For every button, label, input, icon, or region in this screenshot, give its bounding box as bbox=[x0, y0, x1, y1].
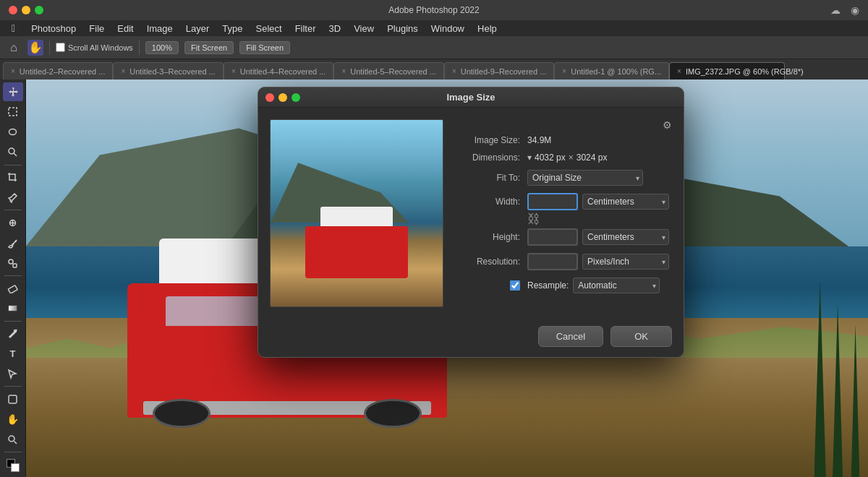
minimize-button[interactable] bbox=[22, 6, 30, 14]
quick-select-tool[interactable] bbox=[3, 143, 23, 162]
hand-tool-icon[interactable]: ✋ bbox=[27, 40, 43, 56]
menu-help[interactable]: Help bbox=[472, 22, 503, 35]
height-input[interactable]: 25.6 bbox=[527, 228, 578, 246]
menu-image[interactable]: Image bbox=[141, 22, 179, 35]
crop-tool[interactable] bbox=[3, 168, 23, 187]
menu-edit[interactable]: Edit bbox=[111, 22, 139, 35]
tool-separator-4 bbox=[4, 321, 22, 322]
tab-label: Untitled-2–Recovered ... bbox=[20, 67, 106, 76]
zoom-tool[interactable] bbox=[3, 430, 23, 449]
apple-menu[interactable]:  bbox=[6, 21, 21, 35]
cloud-icon: ☁ bbox=[830, 4, 841, 16]
tool-separator-3 bbox=[4, 275, 22, 276]
tab-untitled9[interactable]: × Untitled-9–Recovered ... bbox=[444, 62, 554, 80]
tab-untitled1[interactable]: × Untitled-1 @ 100% (RG... bbox=[554, 62, 669, 80]
width-input[interactable]: 34.14 bbox=[527, 193, 578, 210]
preview-van-body bbox=[305, 226, 409, 278]
link-chain-icon[interactable]: ⛓ bbox=[527, 212, 540, 227]
width-row: Width: 34.14 Centimeters Pixels Inches bbox=[455, 193, 669, 210]
fullscreen-button[interactable] bbox=[35, 6, 43, 14]
resample-select[interactable]: Automatic Preserve Details Bicubic Smoot… bbox=[573, 278, 660, 293]
close-button[interactable] bbox=[9, 6, 17, 14]
hand-tool[interactable]: ✋ bbox=[3, 410, 23, 429]
dialog-fullscreen-button[interactable] bbox=[292, 93, 300, 102]
lasso-tool[interactable] bbox=[3, 123, 23, 142]
resample-select-wrap: Automatic Preserve Details Bicubic Smoot… bbox=[573, 278, 660, 293]
resample-checkbox[interactable] bbox=[510, 280, 520, 291]
dialog-footer: Cancel OK bbox=[258, 319, 684, 357]
resolution-input[interactable]: 300 bbox=[527, 253, 578, 270]
zoom-level-button[interactable]: 100% bbox=[145, 41, 179, 54]
tab-close-icon[interactable]: × bbox=[11, 68, 15, 75]
menu-window[interactable]: Window bbox=[425, 22, 470, 35]
gradient-tool[interactable] bbox=[3, 299, 23, 318]
cancel-button[interactable]: Cancel bbox=[538, 326, 603, 347]
width-unit-wrap: Centimeters Pixels Inches bbox=[582, 194, 669, 210]
canvas-area[interactable]: Image Size ⚙ bbox=[26, 80, 868, 477]
home-icon[interactable]: ⌂ bbox=[6, 40, 22, 56]
dialog-minimize-button[interactable] bbox=[278, 93, 287, 102]
menu-3d[interactable]: 3D bbox=[323, 22, 347, 35]
resample-check-spacer bbox=[455, 280, 527, 291]
type-tool[interactable]: T bbox=[3, 345, 23, 364]
tab-label: Untitled-3–Recovered ... bbox=[129, 67, 216, 76]
image-size-dialog: Image Size ⚙ bbox=[258, 87, 684, 358]
fit-to-select[interactable]: Original Size Custom US Paper bbox=[527, 170, 643, 186]
tab-close-icon[interactable]: × bbox=[452, 68, 456, 75]
shape-tool[interactable] bbox=[3, 390, 23, 408]
tab-close-icon[interactable]: × bbox=[341, 68, 346, 75]
path-selection-tool[interactable] bbox=[3, 364, 23, 383]
eraser-tool[interactable] bbox=[3, 279, 23, 298]
pen-tool[interactable] bbox=[3, 325, 23, 343]
tab-untitled5[interactable]: × Untitled-5–Recovered ... bbox=[333, 62, 443, 80]
tab-untitled4[interactable]: × Untitled-4–Recovered ... bbox=[224, 62, 333, 80]
dialog-fields: ⚙ Image Size: 34.9M Dimensions: ▾ 4032 p… bbox=[455, 119, 672, 307]
resolution-unit-select[interactable]: Pixels/Inch Pixels/Centimeter bbox=[582, 254, 669, 270]
tab-close-icon[interactable]: × bbox=[677, 68, 681, 75]
tab-close-icon[interactable]: × bbox=[231, 68, 236, 75]
width-unit-select[interactable]: Centimeters Pixels Inches bbox=[582, 194, 669, 210]
move-tool[interactable] bbox=[3, 82, 23, 101]
toolbar: T ✋ bbox=[0, 80, 26, 477]
menu-type[interactable]: Type bbox=[216, 22, 248, 35]
svg-rect-0 bbox=[9, 108, 17, 116]
tab-close-icon[interactable]: × bbox=[562, 68, 566, 75]
dimensions-dropdown-icon[interactable]: ▾ bbox=[527, 152, 532, 163]
menu-layer[interactable]: Layer bbox=[180, 22, 216, 35]
tab-untitled2[interactable]: × Untitled-2–Recovered ... bbox=[3, 62, 113, 80]
marquee-tool[interactable] bbox=[3, 103, 23, 121]
image-size-value: 34.9M bbox=[527, 135, 551, 145]
menu-photoshop[interactable]: Photoshop bbox=[25, 22, 82, 35]
tab-label: Untitled-1 @ 100% (RG... bbox=[571, 67, 661, 76]
menu-select[interactable]: Select bbox=[250, 22, 288, 35]
menu-file[interactable]: File bbox=[83, 22, 110, 35]
tab-img2372[interactable]: × IMG_2372.JPG @ 60% (RGB/8*) bbox=[669, 62, 785, 80]
menu-plugins[interactable]: Plugins bbox=[381, 22, 424, 35]
fit-screen-button[interactable]: Fit Screen bbox=[184, 41, 234, 54]
tab-close-icon[interactable]: × bbox=[121, 68, 125, 75]
settings-row: ⚙ bbox=[455, 119, 672, 131]
healing-brush-tool[interactable] bbox=[3, 213, 23, 232]
main-area: T ✋ bbox=[0, 80, 868, 477]
wifi-icon: ◉ bbox=[851, 4, 859, 16]
van-wheel-right bbox=[364, 399, 422, 429]
gear-icon[interactable]: ⚙ bbox=[663, 119, 672, 131]
dialog-close-button[interactable] bbox=[265, 93, 274, 102]
tab-untitled3[interactable]: × Untitled-3–Recovered ... bbox=[113, 62, 223, 80]
clone-stamp-tool[interactable] bbox=[3, 254, 23, 272]
menu-view[interactable]: View bbox=[348, 22, 380, 35]
brush-tool[interactable] bbox=[3, 233, 23, 252]
svg-line-3 bbox=[14, 153, 17, 156]
dimensions-x-label: × bbox=[569, 152, 574, 163]
height-unit-select[interactable]: Centimeters Pixels Inches bbox=[582, 229, 669, 245]
scroll-all-windows-input[interactable] bbox=[56, 43, 65, 52]
trees-right bbox=[699, 259, 868, 478]
ok-button[interactable]: OK bbox=[610, 326, 672, 347]
resolution-row: Resolution: 300 Pixels/Inch Pixels/Centi… bbox=[455, 253, 672, 270]
svg-rect-12 bbox=[9, 395, 17, 403]
fill-screen-button[interactable]: Fill Screen bbox=[239, 41, 290, 54]
scroll-all-windows-checkbox[interactable]: Scroll All Windows bbox=[56, 43, 133, 52]
eyedropper-tool[interactable] bbox=[3, 188, 23, 207]
foreground-color[interactable] bbox=[3, 455, 23, 474]
menu-filter[interactable]: Filter bbox=[289, 22, 322, 35]
